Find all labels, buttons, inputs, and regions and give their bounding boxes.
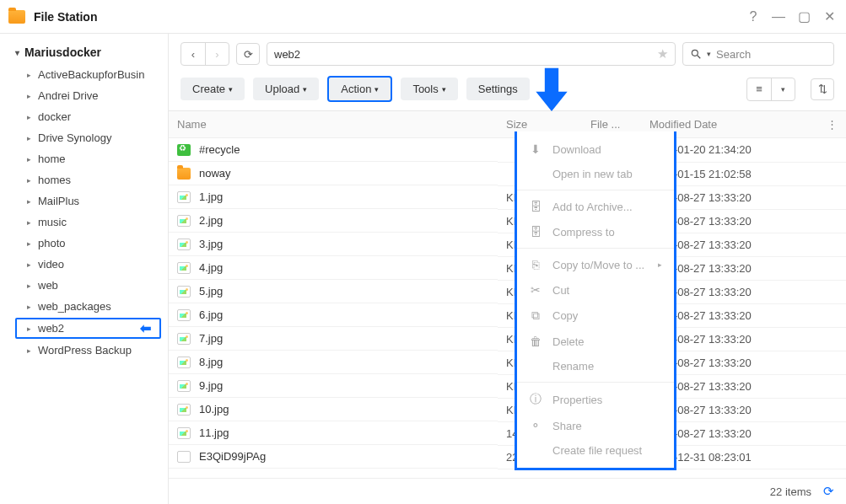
app-icon	[8, 10, 25, 24]
menu-compress[interactable]: 🗄Compress to	[517, 219, 674, 244]
img-icon	[177, 427, 191, 439]
recycle-icon	[177, 144, 191, 156]
table-row[interactable]: E3QiD99jPAg22.8 KBFile2020-12-31 08:23:0…	[169, 445, 846, 469]
menu-add-archive[interactable]: 🗄Add to Archive...	[517, 194, 674, 219]
content-area: ‹ › ⟳ web2 ★ ▾ Search Create▾ Upload▾ Ac…	[169, 34, 846, 504]
file-name: noway	[199, 167, 231, 180]
col-name[interactable]: Name	[169, 111, 498, 138]
img-icon	[177, 191, 191, 203]
svg-point-0	[692, 50, 698, 56]
help-button[interactable]: ?	[745, 8, 762, 25]
delete-icon: 🗑	[529, 335, 542, 348]
table-row[interactable]: 10.jpgKBJPG ...2020-08-27 13:33:20	[169, 398, 846, 421]
share-icon: ⚬	[529, 419, 542, 432]
status-bar: 22 items ⟳	[169, 478, 846, 504]
upload-button[interactable]: Upload▾	[253, 78, 319, 100]
path-input[interactable]: web2 ★	[267, 42, 676, 66]
table-row[interactable]: 7.jpgKBJPG ...2020-08-27 13:33:20	[169, 327, 846, 351]
file-name: 5.jpg	[199, 285, 223, 298]
archive-icon: 🗄	[529, 200, 542, 213]
sidebar-item-music[interactable]: music	[0, 212, 168, 233]
file-name: E3QiD99jPAg	[199, 450, 266, 463]
chevron-right-icon: ▸	[658, 260, 662, 269]
close-button[interactable]: ✕	[821, 8, 838, 25]
search-placeholder: Search	[716, 48, 751, 61]
file-name: 7.jpg	[199, 332, 223, 345]
table-row[interactable]: 4.jpgKBJPG ...2020-08-27 13:33:20	[169, 256, 846, 280]
col-menu[interactable]: ⋮	[818, 111, 846, 138]
copy-move-icon: ⎘	[529, 258, 542, 271]
table-row[interactable]: 1.jpgKBJPG ...2020-08-27 13:33:20	[169, 185, 846, 209]
menu-rename[interactable]: Rename	[517, 354, 674, 378]
refresh-icon[interactable]: ⟳	[823, 484, 834, 499]
sidebar-item-andrei-drive[interactable]: Andrei Drive	[0, 85, 168, 106]
sidebar-item-web-packages[interactable]: web_packages	[0, 296, 168, 317]
tree-root[interactable]: Mariusdocker	[0, 40, 168, 64]
view-mode-buttons: ≡ ▾	[746, 78, 795, 101]
sidebar-item-web[interactable]: web	[0, 275, 168, 296]
menu-copy-move[interactable]: ⎘Copy to/Move to ...▸	[517, 252, 674, 277]
menu-properties[interactable]: ⓘProperties	[517, 386, 674, 413]
menu-cut[interactable]: ✂Cut	[517, 277, 674, 303]
search-dropdown-icon[interactable]: ▾	[707, 50, 711, 58]
table-row[interactable]: 3.jpgKBJPG ...2020-08-27 13:33:20	[169, 233, 846, 256]
selection-arrow-icon: ⬅	[140, 320, 151, 336]
search-icon	[690, 48, 702, 60]
sidebar-item-web2[interactable]: web2⬅	[15, 318, 161, 339]
file-name: #recycle	[199, 143, 240, 156]
img-icon	[177, 309, 191, 321]
sidebar-item-home[interactable]: home	[0, 148, 168, 169]
table-row[interactable]: 11.jpg144 KBJPG ...2020-08-27 13:33:20	[169, 421, 846, 445]
item-count: 22 items	[770, 485, 811, 498]
table-row[interactable]: 2.jpgKBJPG ...2020-08-27 13:33:20	[169, 209, 846, 233]
table-row[interactable]: nowayFolder2021-01-15 21:02:58	[169, 162, 846, 185]
reload-button[interactable]: ⟳	[236, 43, 260, 65]
sidebar-item-docker[interactable]: docker	[0, 106, 168, 127]
sort-button[interactable]: ⇅	[811, 78, 834, 100]
nav-forward-button[interactable]: ›	[205, 43, 229, 65]
minimize-button[interactable]: —	[770, 8, 787, 25]
list-view-button[interactable]: ≡	[747, 78, 771, 100]
menu-delete[interactable]: 🗑Delete	[517, 329, 674, 354]
file-name: 11.jpg	[199, 426, 229, 439]
action-button[interactable]: Action▾	[327, 76, 392, 102]
img-icon	[177, 215, 191, 227]
copy-icon: ⧉	[529, 308, 542, 323]
favorite-icon[interactable]: ★	[657, 46, 668, 62]
sidebar-item-drive-synology[interactable]: Drive Synology	[0, 127, 168, 148]
sidebar-item-photo[interactable]: photo	[0, 233, 168, 254]
menu-download[interactable]: ⬇Download	[517, 137, 674, 162]
path-value: web2	[274, 48, 300, 61]
table-row[interactable]: 9.jpgKBJPG ...2020-08-27 13:33:20	[169, 374, 846, 398]
file-table-wrap: Name Size File ... Modified Date ⋮ #recy…	[169, 110, 846, 478]
settings-button[interactable]: Settings	[466, 78, 530, 100]
view-dropdown-button[interactable]: ▾	[771, 78, 795, 100]
maximize-button[interactable]: ▢	[795, 8, 812, 25]
img-icon	[177, 262, 191, 274]
menu-open-tab[interactable]: Open in new tab	[517, 162, 674, 186]
table-row[interactable]: 8.jpgKBJPG ...2020-08-27 13:33:20	[169, 351, 846, 374]
toolbar: Create▾ Upload▾ Action▾ Tools▾ Settings …	[169, 72, 846, 110]
info-icon: ⓘ	[529, 392, 542, 407]
menu-copy[interactable]: ⧉Copy	[517, 303, 674, 329]
sidebar-item-mailplus[interactable]: MailPlus	[0, 190, 168, 212]
create-button[interactable]: Create▾	[181, 78, 245, 100]
table-row[interactable]: 5.jpgKBJPG ...2020-08-27 13:33:20	[169, 280, 846, 303]
search-input[interactable]: ▾ Search	[682, 42, 834, 66]
menu-share[interactable]: ⚬Share	[517, 413, 674, 438]
menu-create-request[interactable]: Create file request	[517, 438, 674, 463]
file-name: 9.jpg	[199, 379, 223, 392]
file-name: 6.jpg	[199, 308, 223, 321]
folder-icon	[177, 168, 191, 180]
table-row[interactable]: #recycleFolder2021-01-20 21:34:20	[169, 138, 846, 163]
sidebar-item-homes[interactable]: homes	[0, 169, 168, 190]
svg-line-1	[698, 56, 701, 59]
sidebar-item-wordpress-backup[interactable]: WordPress Backup	[0, 340, 168, 361]
file-name: 3.jpg	[199, 238, 223, 250]
sidebar-item-video[interactable]: video	[0, 254, 168, 275]
table-row[interactable]: 6.jpgKBJPG ...2020-08-27 13:33:20	[169, 303, 846, 327]
file-table: Name Size File ... Modified Date ⋮ #recy…	[169, 111, 846, 469]
tools-button[interactable]: Tools▾	[401, 78, 457, 100]
sidebar-item-activebackupforbusin[interactable]: ActiveBackupforBusin	[0, 64, 168, 85]
nav-back-button[interactable]: ‹	[181, 43, 205, 65]
